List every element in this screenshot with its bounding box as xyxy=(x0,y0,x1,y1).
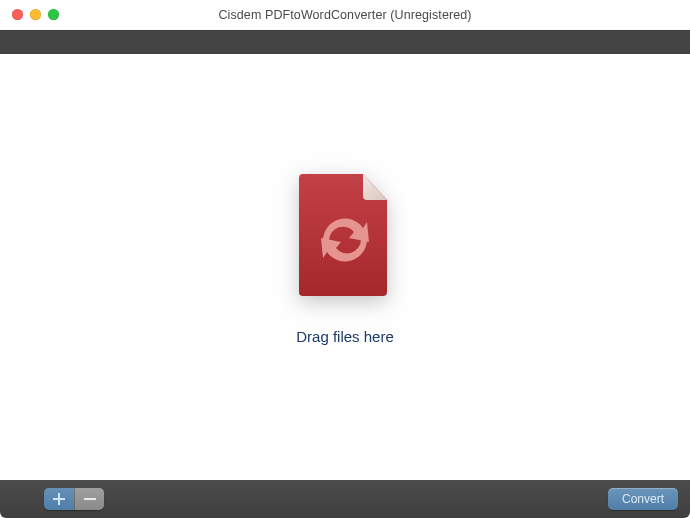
zoom-window-button[interactable] xyxy=(48,9,59,20)
add-file-button[interactable] xyxy=(44,488,74,510)
minimize-window-button[interactable] xyxy=(30,9,41,20)
close-window-button[interactable] xyxy=(12,9,23,20)
top-toolbar-strip xyxy=(0,30,690,54)
remove-file-button[interactable] xyxy=(74,488,104,510)
drop-zone[interactable]: Drag files here xyxy=(0,54,690,480)
convert-button[interactable]: Convert xyxy=(608,488,678,510)
drop-hint-label: Drag files here xyxy=(296,328,394,345)
window-title: Cisdem PDFtoWordConverter (Unregistered) xyxy=(0,8,690,22)
app-window: Cisdem PDFtoWordConverter (Unregistered) xyxy=(0,0,690,518)
traffic-lights xyxy=(12,9,59,20)
titlebar: Cisdem PDFtoWordConverter (Unregistered) xyxy=(0,0,690,30)
bottom-toolbar: Convert xyxy=(0,480,690,518)
add-remove-segment xyxy=(44,488,104,510)
document-convert-icon xyxy=(297,172,393,296)
